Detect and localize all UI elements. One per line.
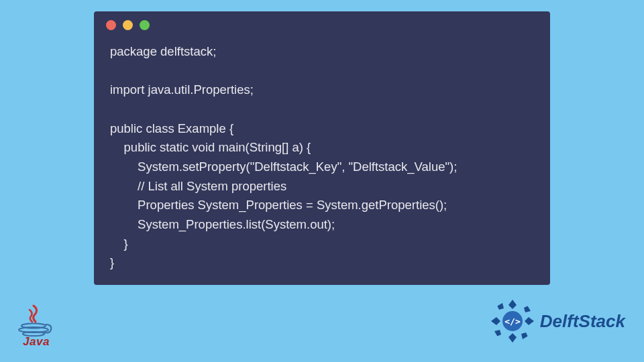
svg-point-2 (23, 332, 44, 336)
delftstack-emblem-icon: </> (489, 298, 536, 345)
code-line: System_Properties.list(System.out); (110, 217, 335, 231)
code-line: Properties System_Properties = System.ge… (110, 198, 447, 212)
delftstack-logo: </> DelftStack (489, 298, 625, 345)
code-window: package delftstack; import java.util.Pro… (94, 11, 550, 285)
code-line: import java.util.Properties; (110, 82, 254, 97)
code-line: } (110, 237, 128, 251)
zoom-icon[interactable] (140, 20, 150, 30)
code-line: public static void main(String[] a) { (110, 140, 311, 154)
java-logo-label: Java (13, 335, 59, 349)
java-logo: Java (13, 304, 59, 349)
svg-text:</>: </> (504, 316, 521, 326)
code-line: package delftstack; (110, 44, 216, 58)
delftstack-brand-label: DelftStack (540, 311, 625, 332)
java-cup-icon (13, 304, 59, 337)
window-titlebar (94, 11, 550, 38)
code-line: public class Example { (110, 121, 233, 135)
code-line: // List all System properties (110, 179, 286, 193)
code-line: } (110, 255, 114, 269)
minimize-icon[interactable] (123, 20, 133, 30)
close-icon[interactable] (106, 20, 116, 30)
code-block: package delftstack; import java.util.Pro… (94, 38, 550, 273)
code-line: System.setProperty("Delftstack_Key", "De… (110, 160, 457, 174)
